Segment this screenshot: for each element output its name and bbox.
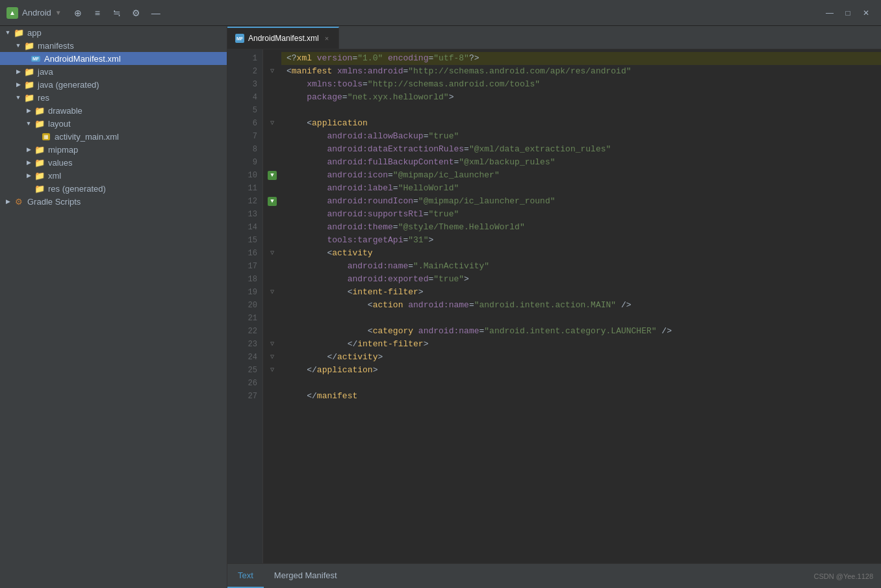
code-line-27: </manifest	[281, 390, 881, 403]
tab-text[interactable]: Text	[227, 564, 264, 588]
code-line-3: xmlns:tools="http://schemas.android.com/…	[281, 78, 881, 91]
arrow-java-gen: ▶	[13, 79, 23, 90]
maximize-button[interactable]: □	[839, 5, 856, 21]
fold-2[interactable]: ▽	[270, 65, 274, 78]
tab-text-label: Text	[238, 570, 253, 580]
sidebar-item-layout[interactable]: ▼ 📁 layout	[0, 117, 227, 130]
android-icon: ▲	[6, 7, 18, 19]
code-line-11: android:label="HelloWorld"	[281, 182, 881, 195]
code-line-2: <manifest xmlns:android="http://schemas.…	[281, 65, 881, 78]
tab-bar: MF AndroidManifest.xml ×	[227, 26, 881, 49]
code-line-5	[281, 104, 881, 117]
sidebar-label-java: java	[38, 67, 53, 77]
folder-java-icon: 📁	[23, 66, 35, 77]
sidebar-item-gradle[interactable]: ▶ ⚙ Gradle Scripts	[0, 195, 227, 208]
sidebar-item-res-gen[interactable]: 📁 res (generated)	[0, 182, 227, 195]
code-line-6: <application	[281, 117, 881, 130]
arrow-app: ▼	[3, 27, 13, 38]
fold-25[interactable]: ▽	[270, 364, 274, 377]
sidebar-item-java[interactable]: ▶ 📁 java	[0, 65, 227, 78]
folder-java-gen-icon: 📁	[23, 79, 35, 90]
sidebar-item-app[interactable]: ▼ 📁 app	[0, 26, 227, 39]
sidebar-label-values: values	[48, 158, 73, 168]
gradle-icon: ⚙	[13, 196, 25, 207]
sidebar-item-androidmanifest[interactable]: MF AndroidManifest.xml	[0, 52, 227, 65]
code-line-4: package="net.xyx.helloworld">	[281, 91, 881, 104]
arrow-manifests: ▼	[13, 40, 23, 51]
code-line-14: android:theme="@style/Theme.HelloWorld"	[281, 221, 881, 234]
code-editor[interactable]: 12345 678910 1112131415 1617181920 21222…	[227, 49, 881, 563]
sidebar-label-mipmap: mipmap	[48, 145, 78, 155]
fold-10[interactable]: ▼	[268, 171, 277, 180]
project-name: Android	[22, 8, 51, 18]
close-button[interactable]: ✕	[858, 5, 875, 21]
code-line-22: <category android:name="android.intent.c…	[281, 325, 881, 338]
sidebar-label-xml: xml	[48, 171, 61, 181]
fold-12[interactable]: ▼	[268, 197, 277, 206]
dropdown-icon[interactable]: ▼	[55, 9, 62, 16]
folder-layout-icon: 📁	[34, 118, 45, 129]
code-line-9: android:fullBackupContent="@xml/backup_r…	[281, 156, 881, 169]
sidebar-item-values[interactable]: ▶ 📁 values	[0, 156, 227, 169]
layout-file-icon: ▦	[40, 131, 52, 142]
folder-values-icon: 📁	[34, 157, 45, 168]
toolbar-btn-5[interactable]: —	[147, 5, 164, 21]
sidebar-label-activity-main: activity_main.xml	[55, 132, 119, 142]
arrow-xml: ▶	[23, 170, 34, 181]
tab-androidmanifest[interactable]: MF AndroidManifest.xml ×	[227, 27, 339, 49]
minimize-button[interactable]: —	[821, 5, 838, 21]
sidebar-label-layout: layout	[48, 119, 71, 129]
folder-manifests-icon: 📁	[23, 40, 35, 51]
code-line-7: android:allowBackup="true"	[281, 130, 881, 143]
folder-drawable-icon: 📁	[34, 105, 45, 116]
code-line-23: </intent-filter>	[281, 338, 881, 351]
fold-16[interactable]: ▽	[270, 247, 274, 260]
code-line-18: android:exported="true">	[281, 273, 881, 286]
status-info: CSDN @Yee.1128	[806, 572, 881, 580]
toolbar-btn-1[interactable]: ⊕	[70, 5, 86, 21]
code-content: <?xml version="1.0" encoding="utf-8" ?> …	[281, 49, 881, 563]
line-numbers: 12345 678910 1112131415 1617181920 21222…	[227, 49, 263, 563]
sidebar-item-mipmap[interactable]: ▶ 📁 mipmap	[0, 143, 227, 156]
tab-merged-manifest[interactable]: Merged Manifest	[264, 564, 348, 588]
sidebar-item-res[interactable]: ▼ 📁 res	[0, 91, 227, 104]
code-line-1: <?xml version="1.0" encoding="utf-8" ?>	[281, 52, 881, 65]
arrow-gradle: ▶	[3, 196, 13, 207]
code-line-10: android:icon="@mipmap/ic_launcher"	[281, 169, 881, 182]
fold-24[interactable]: ▽	[270, 351, 274, 364]
arrow-res-gen	[23, 183, 34, 194]
window-controls: — □ ✕	[821, 5, 875, 21]
tab-merged-label: Merged Manifest	[274, 570, 337, 580]
toolbar-btn-4[interactable]: ⚙	[128, 5, 145, 21]
folder-app-icon: 📁	[13, 27, 25, 38]
editor-area: MF AndroidManifest.xml × 12345 678910 11…	[227, 26, 881, 588]
tab-close-button[interactable]: ×	[323, 34, 331, 43]
code-line-8: android:dataExtractionRules="@xml/data_e…	[281, 143, 881, 156]
code-line-21	[281, 312, 881, 325]
toolbar-btn-2[interactable]: ≡	[89, 5, 106, 21]
sidebar-item-xml[interactable]: ▶ 📁 xml	[0, 169, 227, 182]
arrow-drawable: ▶	[23, 105, 34, 116]
sidebar-label-gradle: Gradle Scripts	[27, 197, 81, 207]
code-line-12: android:roundIcon="@mipmap/ic_launcher_r…	[281, 195, 881, 208]
fold-6[interactable]: ▽	[270, 117, 274, 130]
sidebar-item-manifests[interactable]: ▼ 📁 manifests	[0, 39, 227, 52]
sidebar-item-activity-main[interactable]: ▦ activity_main.xml	[0, 130, 227, 143]
main-content: ▼ 📁 app ▼ 📁 manifests MF AndroidManifest…	[0, 26, 881, 588]
fold-23[interactable]: ▽	[270, 338, 274, 351]
sidebar-label-res: res	[38, 93, 49, 103]
code-line-26	[281, 377, 881, 390]
arrow-layout: ▼	[23, 118, 34, 129]
fold-19[interactable]: ▽	[270, 286, 274, 299]
sidebar-item-drawable[interactable]: ▶ 📁 drawable	[0, 104, 227, 117]
toolbar-actions: ⊕ ≡ ≒ ⚙ —	[70, 5, 164, 21]
tab-file-icon: MF	[235, 34, 244, 43]
sidebar: ▼ 📁 app ▼ 📁 manifests MF AndroidManifest…	[0, 26, 227, 588]
bottom-tabs: Text Merged Manifest CSDN @Yee.1128	[227, 563, 881, 588]
tab-label: AndroidManifest.xml	[248, 34, 319, 43]
gutter: ▽ ▽ ▼ ▼ ▽ ▽ ▽ ▽ ▽	[263, 49, 281, 563]
sidebar-item-java-gen[interactable]: ▶ 📁 java (generated)	[0, 78, 227, 91]
arrow-java: ▶	[13, 66, 23, 77]
toolbar-btn-3[interactable]: ≒	[109, 5, 125, 21]
arrow-res: ▼	[13, 92, 23, 103]
